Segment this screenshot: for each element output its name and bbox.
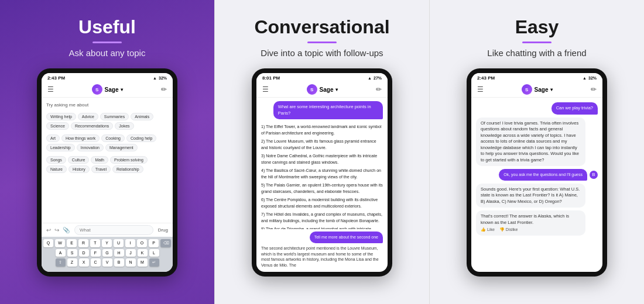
right-avatar: S (522, 84, 532, 95)
tag-problem-solving[interactable]: Problem solving (110, 156, 148, 164)
key-p[interactable]: P (149, 239, 159, 247)
right-user-bubble-1: Can we play trivia? (551, 102, 598, 115)
tag-how-things-work[interactable]: How things work (61, 134, 100, 142)
left-screen: 2:43 PM ▲ 32% ☰ S Sage ▾ ✏ Try asking me… (42, 73, 173, 272)
key-c[interactable]: C (91, 258, 101, 267)
like-row: 👍 Like 👎 Dislike (481, 227, 581, 233)
key-g[interactable]: G (102, 249, 112, 257)
key-b[interactable]: B (114, 258, 124, 267)
key-l[interactable]: L (149, 249, 159, 257)
left-nav-bar: ☰ S Sage ▾ ✏ (42, 82, 173, 98)
arch-item-5: 5) The Palais Garnier, an opulent 19th-c… (261, 182, 383, 195)
tag-math[interactable]: Math (91, 156, 108, 164)
tag-culture[interactable]: Culture (68, 156, 90, 164)
tag-coding-help[interactable]: Coding help (126, 134, 156, 142)
undo-icon[interactable]: ↩ (46, 227, 51, 233)
hamburger-icon-m[interactable]: ☰ (262, 85, 269, 94)
key-shift[interactable]: ⇧ (56, 258, 66, 267)
keyboard-extra: Drug (158, 227, 168, 233)
middle-cta-bubble[interactable]: Tell me more about the second one (310, 232, 383, 243)
key-e[interactable]: E (67, 239, 77, 247)
tag-recommendations[interactable]: Recommendations (71, 122, 113, 130)
right-screen: 2:43 PM ▲ 32% ☰ S Sage ▾ ✏ C (471, 73, 602, 272)
key-d[interactable]: D (79, 249, 89, 257)
key-y[interactable]: Y (102, 239, 112, 247)
key-n[interactable]: N (126, 258, 136, 267)
key-return[interactable]: ↵ (149, 258, 159, 267)
redo-icon[interactable]: ↪ (54, 227, 59, 233)
compose-icon[interactable]: ✏ (161, 85, 167, 94)
middle-panel: Conversational Dive into a topic with fo… (214, 0, 430, 304)
tag-travel[interactable]: Travel (91, 165, 111, 173)
tag-animals[interactable]: Animals (131, 113, 153, 120)
tag-science[interactable]: Science (46, 122, 69, 130)
hamburger-icon-r[interactable]: ☰ (477, 85, 484, 94)
attach-icon[interactable]: 📎 (63, 227, 70, 233)
key-h[interactable]: H (114, 249, 124, 257)
tag-management[interactable]: Management (105, 144, 138, 151)
middle-title: Conversational (254, 16, 389, 38)
like-button[interactable]: 👍 Like (481, 227, 495, 233)
tags-row-1: Art How things work Cooking Coding help … (46, 134, 168, 151)
tag-songs[interactable]: Songs (46, 156, 66, 164)
kb-row-2: ⇧ Z X C V B N M ↵ (43, 258, 171, 267)
tag-leadership[interactable]: Leadership (46, 144, 75, 151)
tag-summaries[interactable]: Summaries (100, 113, 129, 120)
key-s[interactable]: S (67, 249, 77, 257)
left-input[interactable]: What (74, 225, 153, 235)
key-z[interactable]: Z (67, 258, 77, 267)
key-t[interactable]: T (90, 239, 100, 247)
key-delete[interactable]: ⌫ (160, 239, 171, 247)
key-j[interactable]: J (126, 249, 136, 257)
right-panel: Easy Like chatting with a friend 2:43 PM… (430, 0, 644, 304)
hamburger-icon[interactable]: ☰ (47, 85, 54, 94)
kb-row-1: A S D F G H J K L (43, 249, 171, 257)
key-a[interactable]: A (56, 249, 66, 257)
left-toolbar-icons: ↩ ↪ 📎 (46, 227, 70, 233)
tags-row-2: Songs Culture Math Problem solving Natur… (46, 156, 168, 173)
compose-icon-r[interactable]: ✏ (591, 85, 597, 94)
key-f[interactable]: F (91, 249, 101, 257)
wifi-icon-m: ▲ (368, 76, 372, 80)
compose-icon-m[interactable]: ✏ (376, 85, 382, 94)
middle-user-msg-wrap: What are some interesting architecture p… (256, 98, 388, 120)
tag-advice[interactable]: Advice (78, 113, 98, 120)
key-m[interactable]: M (138, 258, 148, 267)
dislike-button[interactable]: 👎 Dislike (499, 227, 518, 233)
arch-item-4: 4) The Basilica of Sacré-Cœur, a stunnin… (261, 168, 383, 180)
right-status-icons: ▲ 32% (583, 76, 597, 80)
chevron-icon-m: ▾ (335, 87, 338, 92)
key-x[interactable]: X (79, 258, 89, 267)
key-v[interactable]: V (102, 258, 112, 267)
right-bot-cta: Ok, you ask me the questions and I'll gu… (499, 169, 587, 181)
tag-nature[interactable]: Nature (46, 165, 67, 173)
key-w[interactable]: W (55, 239, 65, 247)
key-k[interactable]: K (138, 249, 148, 257)
left-nav-center: S Sage ▾ (92, 84, 124, 95)
arch-item-7: 7) The Hôtel des Invalides, a grand comp… (261, 212, 383, 224)
left-time: 2:43 PM (47, 75, 65, 81)
key-o[interactable]: O (137, 239, 147, 247)
tag-relationship[interactable]: Relationship (112, 165, 143, 173)
arch-item-2: 2) The Louvre Museum, with its famous gl… (261, 139, 383, 151)
key-r[interactable]: R (78, 239, 88, 247)
key-i[interactable]: I (125, 239, 135, 247)
right-user-initial: B (590, 171, 598, 179)
tag-innovation[interactable]: Innovation (77, 144, 104, 151)
tag-writing[interactable]: Writing help (46, 113, 76, 120)
tag-jokes[interactable]: Jokes (115, 122, 133, 130)
middle-cta-wrap: Tell me more about the second one (256, 229, 388, 246)
middle-user-bubble: What are some interesting architecture p… (273, 101, 383, 119)
dislike-label: Dislike (506, 227, 518, 233)
key-u[interactable]: U (114, 239, 124, 247)
right-underline (522, 42, 551, 43)
tag-art[interactable]: Art (46, 134, 60, 142)
tags-row-0: Writing help Advice Summaries Animals Sc… (46, 113, 168, 130)
thumbs-up-icon: 👍 (481, 227, 486, 233)
left-chat-content: Try asking me about Writing help Advice … (42, 98, 173, 223)
tag-cooking[interactable]: Cooking (101, 134, 125, 142)
right-phone: 2:43 PM ▲ 32% ☰ S Sage ▾ ✏ C (467, 68, 607, 277)
left-subtitle: Ask about any topic (69, 48, 146, 58)
key-q[interactable]: Q (43, 239, 53, 247)
tag-history[interactable]: History (68, 165, 90, 173)
